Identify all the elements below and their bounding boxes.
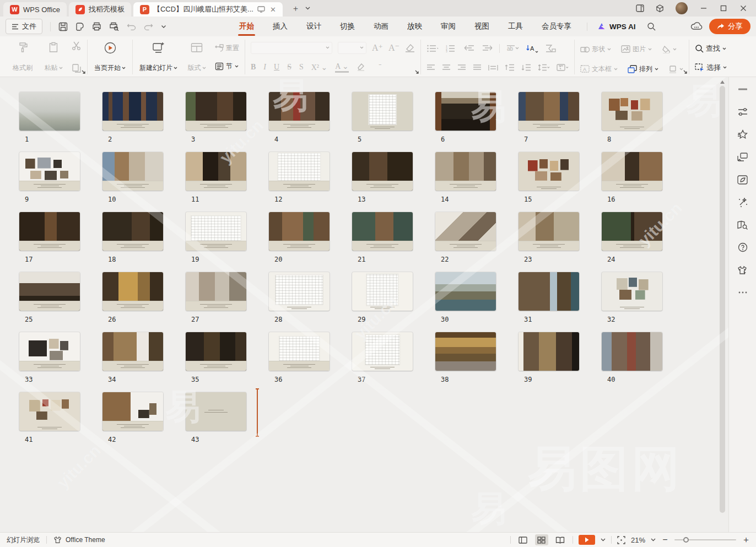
slide-thumbnail[interactable] — [269, 152, 330, 191]
slide-cell[interactable]: 18 — [102, 212, 163, 272]
decrease-indent-icon[interactable] — [464, 45, 475, 52]
tab-wps-office[interactable]: W WPS Office — [3, 2, 67, 17]
reading-view-button[interactable] — [554, 534, 567, 545]
slide-thumbnail[interactable] — [602, 332, 662, 371]
distribute-text-icon[interactable] — [488, 64, 498, 71]
slide-thumbnail[interactable] — [602, 152, 662, 191]
file-menu-button[interactable]: 文件 — [6, 19, 42, 34]
decrease-line-spacing-icon[interactable] — [521, 64, 531, 71]
zoom-percentage[interactable]: 21% — [631, 536, 645, 544]
slide-cell[interactable]: 8 — [602, 92, 662, 152]
object-properties-icon[interactable] — [736, 105, 749, 118]
slide-thumbnail[interactable] — [19, 272, 80, 311]
zoom-in-button[interactable]: ＋ — [742, 534, 749, 546]
slide-cell[interactable]: 40 — [602, 332, 662, 392]
slide-thumbnail[interactable] — [435, 152, 496, 191]
slide-cell[interactable]: 2 — [102, 92, 163, 152]
font-color-button[interactable]: A ⌄ — [335, 62, 349, 73]
smart-beautify-wand-icon[interactable] — [736, 196, 749, 209]
slide-cell[interactable]: 17 — [19, 212, 80, 272]
slide-cell[interactable]: 30 — [435, 272, 496, 332]
slide-thumbnail[interactable] — [602, 272, 662, 311]
slide-cell[interactable]: 23 — [519, 212, 579, 272]
slide-cell[interactable]: 27 — [186, 272, 246, 332]
slide-thumbnail[interactable] — [19, 332, 80, 371]
slide-thumbnail[interactable] — [352, 272, 413, 311]
slide-cell[interactable]: 37 — [352, 332, 413, 392]
slide-thumbnail[interactable] — [519, 332, 579, 371]
reset-button[interactable]: 重置 — [215, 41, 239, 55]
slide-thumbnail[interactable] — [186, 152, 246, 191]
superscript-button[interactable]: X² ⌄ — [311, 63, 328, 72]
line-spacing-icon[interactable] — [538, 64, 550, 71]
slide-thumbnail[interactable] — [519, 152, 579, 191]
textbox-button[interactable]: A 文本框 — [580, 62, 618, 76]
slide-thumbnail[interactable] — [186, 392, 246, 431]
slide-thumbnail[interactable] — [186, 92, 246, 131]
clear-format-icon[interactable] — [405, 44, 415, 52]
vertical-scrollbar[interactable] — [719, 79, 726, 530]
slide-thumbnail[interactable] — [102, 212, 163, 251]
slide-cell[interactable]: 25 — [19, 272, 80, 332]
print-icon[interactable] — [92, 22, 101, 31]
slide-cell[interactable]: 21 — [352, 212, 413, 272]
collapse-panel-icon[interactable] — [736, 83, 749, 96]
phonetic-guide-icon[interactable]: 文̄ ⌄ — [374, 63, 388, 72]
slide-cell[interactable]: 11 — [186, 152, 246, 212]
section-button[interactable]: 节 — [215, 59, 239, 73]
menu-home[interactable]: 开始 — [238, 18, 255, 35]
zoom-slider[interactable] — [674, 539, 736, 540]
scrollbar-thumb[interactable] — [720, 86, 725, 513]
increase-font-icon[interactable]: A⁺ — [372, 42, 383, 53]
arrange-button[interactable]: 排列 — [628, 62, 658, 76]
drawing-group-expander-icon[interactable] — [683, 70, 688, 74]
new-slide-button[interactable]: 新建幻灯片 — [138, 40, 179, 74]
fit-to-window-icon[interactable] — [617, 536, 625, 544]
slide-thumbnail[interactable] — [352, 152, 413, 191]
split-view-icon[interactable] — [631, 1, 648, 15]
slide-thumbnail[interactable] — [102, 392, 163, 431]
tab-document[interactable]: P 【CCD】四川峨眉山恒邦艾美... ✕ — [133, 2, 283, 17]
slide-thumbnail[interactable] — [269, 212, 330, 251]
menu-view[interactable]: 视图 — [473, 18, 490, 35]
increase-line-spacing-icon[interactable] — [505, 64, 515, 71]
cut-icon[interactable] — [72, 41, 82, 51]
print-preview-icon[interactable] — [109, 22, 119, 31]
menu-transitions[interactable]: 切换 — [339, 18, 356, 35]
slide-thumbnail[interactable] — [269, 332, 330, 371]
slide-thumbnail[interactable] — [102, 332, 163, 371]
search-icon[interactable] — [647, 22, 656, 31]
undo-icon[interactable] — [127, 23, 136, 30]
slide-cell[interactable]: 33 — [19, 332, 80, 392]
align-left-icon[interactable] — [426, 64, 435, 71]
paragraph-settings-icon[interactable] — [557, 64, 569, 71]
text-direction-icon[interactable]: A — [526, 45, 538, 53]
shapes-button[interactable]: 形状 — [580, 42, 611, 56]
slide-cell[interactable]: 9 — [19, 152, 80, 212]
font-size-select[interactable] — [338, 42, 366, 54]
tab-docer-templates[interactable]: 找稻壳模板 — [69, 2, 131, 17]
underline-button[interactable]: U — [274, 63, 279, 72]
wps-ai-button[interactable]: WPS AI — [587, 23, 636, 31]
export-pdf-icon[interactable] — [75, 22, 84, 31]
normal-view-button[interactable] — [516, 534, 530, 545]
slide-cell[interactable]: 29 — [352, 272, 413, 332]
slide-thumbnail[interactable] — [519, 272, 579, 311]
close-window-icon[interactable] — [735, 1, 752, 15]
slide-cell[interactable]: 28 — [269, 272, 330, 332]
user-avatar[interactable] — [676, 2, 688, 14]
slide-thumbnail[interactable] — [352, 332, 413, 371]
slide-thumbnail[interactable] — [102, 272, 163, 311]
slide-cell[interactable]: 34 — [102, 332, 163, 392]
outline-color-button[interactable] — [668, 62, 683, 76]
decrease-font-icon[interactable]: A⁻ — [388, 42, 399, 53]
more-options-icon[interactable] — [736, 286, 749, 299]
slide-thumbnail[interactable] — [352, 212, 413, 251]
menu-design[interactable]: 设计 — [305, 18, 322, 35]
slide-cell[interactable]: 12 — [269, 152, 330, 212]
slide-thumbnail[interactable] — [519, 92, 579, 131]
slide-cell[interactable]: 4 — [269, 92, 330, 152]
new-tab-icon[interactable]: ＋ — [291, 3, 300, 14]
skin-theme-icon[interactable] — [736, 263, 749, 277]
copy-icon[interactable] — [72, 63, 82, 73]
